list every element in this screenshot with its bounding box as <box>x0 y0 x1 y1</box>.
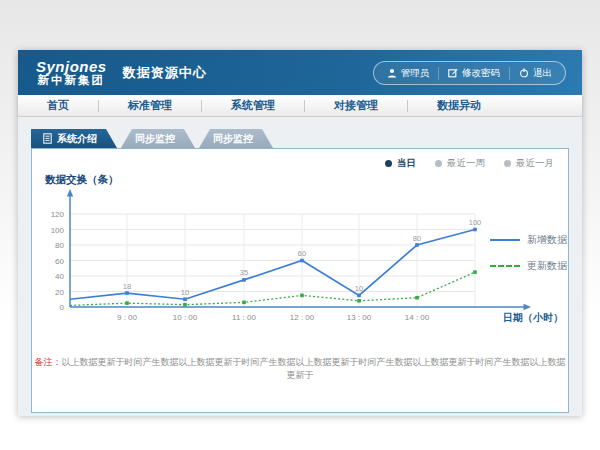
tab-bar: 系统介绍 同步监控 同步监控 <box>31 129 569 148</box>
tab-label: 同步监控 <box>135 133 175 144</box>
logout-button[interactable]: 退出 <box>509 67 561 80</box>
tab-label: 同步监控 <box>213 133 253 144</box>
legend-item-update-data: 更新数据 <box>490 259 567 273</box>
radio-dot-icon <box>504 160 511 167</box>
nav-item-data-change[interactable]: 数据异动 <box>408 98 510 113</box>
header: Synjones 新中新集团 数据资源中心 管理员 修改密码 退出 <box>18 50 582 95</box>
user-toolbar: 管理员 修改密码 退出 <box>373 61 567 85</box>
radio-last-month[interactable]: 最近一月 <box>504 157 554 170</box>
radio-label: 最近一周 <box>447 157 485 170</box>
edit-icon <box>448 68 458 78</box>
svg-text:120: 120 <box>51 210 65 219</box>
radio-dot-icon <box>435 160 442 167</box>
time-range-filter: 当日 最近一周 最近一月 <box>385 157 554 170</box>
y-axis-title: 数据交换（条） <box>45 173 119 187</box>
radio-dot-icon <box>385 160 392 167</box>
svg-text:60: 60 <box>298 249 306 258</box>
dotted-line-sample-icon <box>490 265 520 267</box>
solid-line-sample-icon <box>490 239 520 241</box>
svg-text:9 : 00: 9 : 00 <box>117 313 138 322</box>
legend-item-new-data: 新增数据 <box>490 233 567 247</box>
power-icon <box>519 68 529 78</box>
nav-item-system-mgmt[interactable]: 系统管理 <box>202 98 304 113</box>
chart-panel: 当日 最近一周 最近一月 数据交换（条） 0204060801001209 : … <box>31 148 569 413</box>
tab-sync-monitor-2[interactable]: 同步监控 <box>199 129 273 148</box>
user-icon <box>387 68 397 78</box>
legend-label: 更新数据 <box>527 259 567 273</box>
svg-text:18: 18 <box>123 282 131 291</box>
brand-subtitle: 新中新集团 <box>36 74 107 86</box>
svg-text:35: 35 <box>240 268 248 277</box>
chart-legend: 新增数据 更新数据 <box>490 233 567 285</box>
legend-label: 新增数据 <box>527 233 567 247</box>
svg-text:14 : 00: 14 : 00 <box>405 313 430 322</box>
nav-item-home[interactable]: 首页 <box>18 98 98 113</box>
footnote-prefix: 备注： <box>35 357 62 367</box>
main-nav: 首页 标准管理 系统管理 对接管理 数据异动 <box>18 95 582 117</box>
logout-label: 退出 <box>533 67 552 80</box>
tab-sync-monitor-1[interactable]: 同步监控 <box>121 129 195 148</box>
svg-text:11 : 00: 11 : 00 <box>232 313 256 322</box>
brand-logo: Synjones 新中新集团 <box>36 59 107 87</box>
tab-label: 系统介绍 <box>57 129 97 148</box>
svg-text:80: 80 <box>413 234 421 243</box>
current-user-label: 管理员 <box>401 67 430 80</box>
svg-text:12 : 00: 12 : 00 <box>290 313 315 322</box>
svg-text:10: 10 <box>355 284 363 293</box>
app-window: Synjones 新中新集团 数据资源中心 管理员 修改密码 退出 首页 标准管… <box>18 50 582 416</box>
footnote-text: 以上数据更新于时间产生数据以上数据更新于时间产生数据以上数据更新于时间产生数据以… <box>62 357 566 380</box>
svg-text:20: 20 <box>55 288 64 297</box>
page-title: 数据资源中心 <box>123 64 207 82</box>
radio-label: 当日 <box>397 157 416 170</box>
radio-label: 最近一月 <box>516 157 554 170</box>
change-password-label: 修改密码 <box>462 67 500 80</box>
svg-text:40: 40 <box>55 272 64 281</box>
nav-item-standard-mgmt[interactable]: 标准管理 <box>99 98 201 113</box>
svg-text:0: 0 <box>60 303 65 312</box>
svg-text:10: 10 <box>181 288 189 297</box>
tab-system-intro[interactable]: 系统介绍 <box>31 129 117 148</box>
svg-text:60: 60 <box>55 257 64 266</box>
radio-today[interactable]: 当日 <box>385 157 416 170</box>
document-icon <box>43 133 52 144</box>
content-area: 系统介绍 同步监控 同步监控 当日 最近一周 最近一月 数据交 <box>18 117 582 416</box>
svg-text:80: 80 <box>55 241 64 250</box>
svg-text:10 : 00: 10 : 00 <box>173 313 198 322</box>
svg-text:100: 100 <box>51 226 65 235</box>
footnote: 备注：以上数据更新于时间产生数据以上数据更新于时间产生数据以上数据更新于时间产生… <box>32 356 568 382</box>
change-password-button[interactable]: 修改密码 <box>438 67 509 80</box>
svg-text:日期（小时）: 日期（小时） <box>503 312 563 323</box>
svg-text:13 : 00: 13 : 00 <box>347 313 372 322</box>
nav-item-integration-mgmt[interactable]: 对接管理 <box>305 98 407 113</box>
current-user-button[interactable]: 管理员 <box>378 67 439 80</box>
radio-last-week[interactable]: 最近一周 <box>435 157 485 170</box>
svg-text:100: 100 <box>469 218 482 227</box>
brand-name: Synjones <box>36 59 107 75</box>
